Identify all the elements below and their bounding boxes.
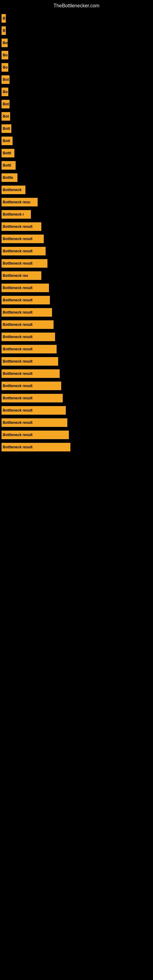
bar-row: Bottleneck — [2, 186, 150, 194]
bar-label: Bo — [3, 53, 8, 57]
bar-label: Bottleneck result — [3, 359, 32, 364]
bar-label: Bottleneck result — [3, 396, 32, 400]
bar-row: Bott — [2, 124, 150, 133]
bar-row: Bottleneck result — [2, 443, 150, 452]
bar-row: Bottl — [2, 149, 150, 158]
bar-item: Bottleneck result — [2, 431, 69, 439]
bar-row: Bot — [2, 75, 150, 84]
bar-label: Bottleneck resu — [3, 200, 30, 204]
bar-label: Bo — [3, 41, 8, 45]
bar-label: Bott — [3, 126, 10, 131]
bar-row: Bo — [2, 38, 150, 47]
bar-row: Bo — [2, 63, 150, 72]
bar-row: Bottleneck resu — [2, 198, 150, 207]
bar-label: Bottleneck r — [3, 212, 24, 216]
bar-item: Bott — [2, 137, 13, 145]
bar-row: Bottleneck result — [2, 308, 150, 317]
bar-item: Bottleneck result — [2, 443, 70, 452]
bar-row: Bottleneck r — [2, 210, 150, 219]
bar-row: Bottleneck result — [2, 259, 150, 268]
bar-row: Bottleneck result — [2, 235, 150, 243]
bar-row: Bottleneck res — [2, 271, 150, 280]
bar-item: Bottleneck result — [2, 357, 58, 366]
bar-row: Bo — [2, 88, 150, 96]
bar-item: Bottleneck result — [2, 296, 50, 304]
bar-item: Bottleneck result — [2, 345, 57, 353]
bar-row: Bottleneck result — [2, 320, 150, 329]
bar-item: Bottleneck result — [2, 308, 52, 317]
bar-label: B — [3, 29, 5, 33]
bar-item: Bottl — [2, 161, 16, 170]
bar-label: Bottleneck result — [3, 286, 32, 290]
bar-row: Bottleneck result — [2, 345, 150, 353]
bar-label: Bo — [3, 90, 8, 94]
bar-row: Bottleneck result — [2, 332, 150, 341]
bar-item: Bottleneck result — [2, 369, 60, 378]
bar-item: Bottleneck result — [2, 283, 49, 292]
site-title: TheBottlenecker.com — [0, 0, 153, 11]
bar-row: Bottleneck result — [2, 222, 150, 231]
bar-item: Bot — [2, 100, 10, 108]
bar-row: Bottl — [2, 161, 150, 170]
bar-label: Bottl — [3, 163, 11, 167]
bar-item: Bot — [2, 112, 10, 121]
bar-label: Bot — [3, 78, 9, 82]
bar-item: Bottleneck result — [2, 259, 48, 268]
bar-label: Bottleneck result — [3, 335, 32, 339]
bar-item: B — [2, 26, 6, 35]
bar-label: Bottleneck result — [3, 224, 32, 229]
bar-row: B — [2, 14, 150, 23]
bar-label: Bottleneck result — [3, 323, 32, 327]
bar-label: Bottle — [3, 175, 13, 180]
bar-item: Bottleneck result — [2, 394, 63, 402]
bar-row: Bottleneck result — [2, 394, 150, 402]
bar-label: B — [3, 16, 5, 21]
bar-label: Bottleneck result — [3, 408, 32, 412]
bar-item: Bottleneck result — [2, 382, 61, 390]
bar-row: B — [2, 26, 150, 35]
bar-item: Bottleneck result — [2, 235, 44, 243]
bar-item: Bottleneck result — [2, 332, 55, 341]
bar-item: Bottleneck result — [2, 320, 54, 329]
bar-label: Bot — [3, 114, 9, 119]
bar-row: Bottleneck result — [2, 418, 150, 427]
bar-item: Bo — [2, 51, 8, 59]
bar-item: Bo — [2, 88, 8, 96]
bar-label: Bottleneck result — [3, 249, 32, 253]
bar-item: Bo — [2, 38, 8, 47]
bar-item: Bottleneck result — [2, 222, 41, 231]
bar-item: Bott — [2, 124, 11, 133]
bar-label: Bottleneck result — [3, 445, 32, 449]
bar-label: Bottl — [3, 151, 11, 155]
bar-row: Bottleneck result — [2, 283, 150, 292]
bar-row: Bottleneck result — [2, 296, 150, 304]
bar-label: Bottleneck result — [3, 237, 32, 241]
bar-label: Bottleneck result — [3, 261, 32, 266]
bar-label: Bottleneck result — [3, 298, 32, 302]
bar-row: Bottleneck result — [2, 247, 150, 255]
bar-row: Bottleneck result — [2, 369, 150, 378]
bar-label: Bottleneck result — [3, 347, 32, 351]
bar-row: Bottleneck result — [2, 357, 150, 366]
bar-item: Bottleneck r — [2, 210, 31, 219]
bar-row: Bottleneck result — [2, 382, 150, 390]
bar-row: Bottle — [2, 173, 150, 182]
bar-row: Bottleneck result — [2, 406, 150, 415]
bar-item: Bot — [2, 75, 10, 84]
bar-item: Bottleneck res — [2, 271, 41, 280]
bar-row: Bot — [2, 100, 150, 108]
bar-label: Bottleneck res — [3, 274, 28, 278]
bar-label: Bo — [3, 65, 8, 70]
bar-row: Bot — [2, 112, 150, 121]
bar-label: Bot — [3, 102, 9, 106]
bar-item: Bottleneck result — [2, 406, 66, 415]
bar-item: Bottl — [2, 149, 14, 158]
bar-label: Bottleneck result — [3, 433, 32, 437]
bar-row: Bottleneck result — [2, 431, 150, 439]
bar-label: Bottleneck result — [3, 310, 32, 315]
bar-item: Bottleneck result — [2, 247, 46, 255]
bar-item: Bottleneck resu — [2, 198, 38, 207]
bar-item: Bottleneck result — [2, 418, 67, 427]
bar-item: Bottle — [2, 173, 18, 182]
bar-item: Bottleneck — [2, 186, 26, 194]
